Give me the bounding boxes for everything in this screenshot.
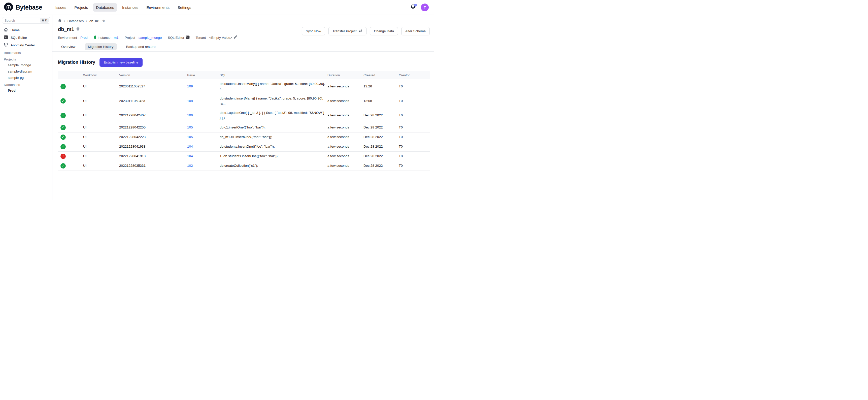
project-link[interactable]: sample_mongo bbox=[138, 36, 162, 39]
transfer-arrows-icon bbox=[359, 29, 363, 33]
status-success-icon bbox=[60, 125, 66, 130]
duration-cell: a few seconds bbox=[328, 132, 364, 142]
workflow-cell: UI bbox=[83, 142, 119, 151]
button-label: Alter Schema bbox=[405, 29, 426, 33]
table-row[interactable]: UI 20221228041938 104 db.students.insert… bbox=[58, 142, 430, 151]
database-meta-row: Environment - Prod Instance - m1 Project… bbox=[58, 35, 430, 40]
creator-cell: T0 bbox=[399, 151, 430, 161]
version-cell: 20230111052527 bbox=[119, 79, 187, 94]
breadcrumb-databases[interactable]: Databases bbox=[67, 19, 84, 23]
sidebar-project-sample-mongo[interactable]: sample_mongo bbox=[0, 62, 52, 68]
issue-link[interactable]: 104 bbox=[187, 145, 193, 148]
instance-label: Instance - bbox=[98, 36, 113, 39]
status-success-icon bbox=[60, 98, 66, 103]
transfer-project-button[interactable]: Transfer Project bbox=[329, 27, 367, 35]
button-label: Sync Now bbox=[306, 29, 321, 33]
sql-cell: db.c1.updateOne( { _id: 3 }, [ { $set: {… bbox=[220, 108, 328, 123]
sidebar-item-sql-editor[interactable]: SQL Editor bbox=[0, 34, 52, 41]
version-cell: 20221228041913 bbox=[119, 151, 187, 161]
sql-editor-label: SQL Editor bbox=[168, 36, 184, 39]
sidebar-project-sample-diagram[interactable]: sample-diagram bbox=[0, 68, 52, 74]
instance-link[interactable]: m1 bbox=[114, 36, 119, 39]
issue-link[interactable]: 108 bbox=[187, 99, 193, 103]
table-row[interactable]: UI 20221228042407 106 db.c1.updateOne( {… bbox=[58, 108, 430, 123]
nav-item-settings[interactable]: Settings bbox=[174, 3, 194, 11]
issue-link[interactable]: 102 bbox=[187, 164, 193, 167]
table-row[interactable]: UI 20221228041913 104 1. db.students.ins… bbox=[58, 151, 430, 161]
nav-item-databases[interactable]: Databases bbox=[93, 3, 117, 11]
nav-menu: Issues Projects Databases Instances Envi… bbox=[52, 3, 194, 11]
search-shortcut-badge: ⌘ K bbox=[40, 18, 49, 23]
migration-history-table: Workflow Version Issue SQL Duration Crea… bbox=[58, 71, 430, 171]
establish-baseline-button[interactable]: Establish new baseline bbox=[99, 58, 143, 67]
status-success-icon bbox=[60, 144, 66, 149]
created-cell: Dec 28 2022 bbox=[364, 161, 399, 171]
created-cell: 13:08 bbox=[364, 94, 399, 108]
change-data-button[interactable]: Change Data bbox=[370, 27, 398, 35]
sql-cell: 1. db.students.insertOne({"foo": "bar"})… bbox=[220, 151, 328, 161]
workflow-cell: UI bbox=[83, 94, 119, 108]
nav-item-projects[interactable]: Projects bbox=[71, 3, 91, 11]
nav-item-instances[interactable]: Instances bbox=[119, 3, 142, 11]
version-cell: 20221228042255 bbox=[119, 123, 187, 132]
issue-link[interactable]: 105 bbox=[187, 135, 193, 139]
sync-now-button[interactable]: Sync Now bbox=[302, 27, 325, 35]
nav-right: T bbox=[410, 3, 429, 11]
column-sql: SQL bbox=[220, 71, 328, 79]
table-row[interactable]: UI 20221228042223 105 db_m1.c1.insertOne… bbox=[58, 132, 430, 142]
table-row[interactable]: UI 20221228035331 102 db.createCollectio… bbox=[58, 161, 430, 171]
breadcrumb-home-icon[interactable] bbox=[58, 19, 62, 23]
issue-link[interactable]: 109 bbox=[187, 84, 193, 88]
column-workflow: Workflow bbox=[83, 71, 119, 79]
duration-cell: a few seconds bbox=[328, 123, 364, 132]
column-issue: Issue bbox=[187, 71, 220, 79]
environment-label: Environment - bbox=[58, 36, 79, 39]
status-success-icon bbox=[60, 163, 66, 168]
alter-schema-button[interactable]: Alter Schema bbox=[401, 27, 430, 35]
creator-cell: T0 bbox=[399, 123, 430, 132]
search-box[interactable]: ⌘ K bbox=[2, 17, 51, 24]
notification-bell[interactable] bbox=[410, 4, 416, 10]
column-version: Version bbox=[119, 71, 187, 79]
bookmark-star-icon[interactable]: ★ bbox=[102, 19, 105, 23]
table-row[interactable]: UI 20230111052527 109 db.students.insert… bbox=[58, 79, 430, 94]
sidebar-project-sample-pg[interactable]: sample-pg bbox=[0, 74, 52, 81]
nav-item-issues[interactable]: Issues bbox=[52, 3, 69, 11]
environment-link[interactable]: Prod bbox=[80, 36, 88, 39]
sidebar-item-label: Home bbox=[10, 28, 20, 32]
sidebar-item-anomaly-center[interactable]: Anomaly Center bbox=[0, 41, 52, 49]
column-duration: Duration bbox=[328, 71, 364, 79]
brand-logo[interactable]: Bytebase bbox=[4, 2, 42, 13]
issue-link[interactable]: 105 bbox=[187, 125, 193, 129]
issue-link[interactable]: 106 bbox=[187, 113, 193, 117]
version-cell: 20221228042223 bbox=[119, 132, 187, 142]
tab-migration-history[interactable]: Migration History bbox=[85, 43, 117, 50]
table-header-row: Workflow Version Issue SQL Duration Crea… bbox=[58, 71, 430, 79]
table-row[interactable]: UI 20230111050423 108 db.student.insertM… bbox=[58, 94, 430, 108]
tab-overview[interactable]: Overview bbox=[58, 43, 79, 50]
sql-cell: db.students.insertOne({"foo": "bar"}); bbox=[220, 142, 328, 151]
issue-link[interactable]: 104 bbox=[187, 154, 193, 158]
tenant-label: Tenant - bbox=[196, 36, 208, 39]
sidebar-item-home[interactable]: Home bbox=[0, 26, 52, 34]
avatar[interactable]: T bbox=[421, 3, 429, 11]
creator-cell: T0 bbox=[399, 94, 430, 108]
bytebase-logo-icon bbox=[4, 2, 13, 13]
sql-editor-meta[interactable]: SQL Editor bbox=[168, 35, 190, 40]
button-label: Transfer Project bbox=[333, 29, 357, 33]
sidebar-item-label: SQL Editor bbox=[10, 36, 27, 39]
brand-name: Bytebase bbox=[16, 4, 42, 11]
breadcrumb-db-m1[interactable]: db_m1 bbox=[89, 19, 100, 23]
status-success-icon bbox=[60, 113, 66, 118]
sidebar-database-prod[interactable]: Prod bbox=[0, 87, 52, 94]
workflow-cell: UI bbox=[83, 108, 119, 123]
tab-backup-and-restore[interactable]: Backup and restore bbox=[123, 43, 159, 50]
creator-cell: T0 bbox=[399, 108, 430, 123]
nav-item-environments[interactable]: Environments bbox=[143, 3, 173, 11]
tabs-divider bbox=[52, 51, 434, 52]
edit-pencil-icon[interactable] bbox=[234, 35, 237, 40]
search-input[interactable] bbox=[4, 19, 40, 23]
table-row[interactable]: UI 20221228042255 105 db.c1.insertOne({"… bbox=[58, 123, 430, 132]
workflow-cell: UI bbox=[83, 123, 119, 132]
creator-cell: T0 bbox=[399, 161, 430, 171]
